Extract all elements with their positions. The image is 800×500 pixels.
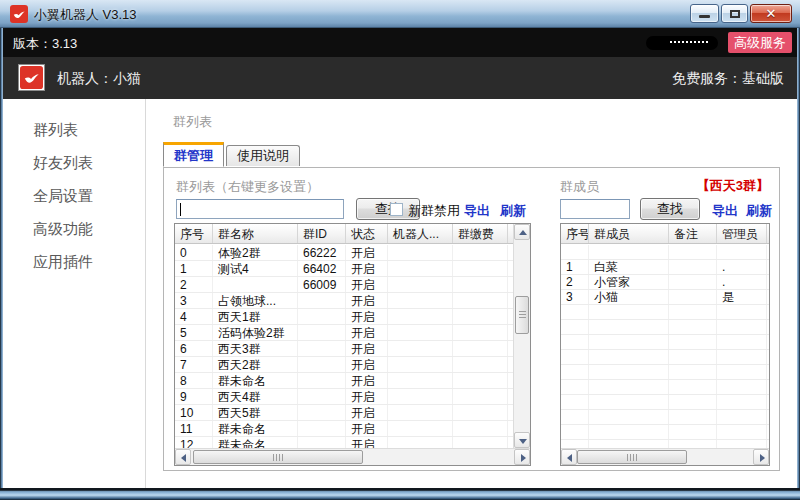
- app-window: 小翼机器人 V3.13 ✕ 版本：3.13 高级服务 机器人：小猫 免费服务：基…: [0, 0, 800, 500]
- table-row[interactable]: 12群未命名开启: [175, 437, 513, 448]
- member-list-table: 序号群成员备注管理员 1白菜.2小管家.3小猫是: [560, 223, 770, 466]
- scroll-left-button[interactable]: [175, 449, 191, 465]
- table-row[interactable]: [561, 425, 769, 440]
- sidebar-item-app-plugins[interactable]: 应用插件: [3, 245, 145, 278]
- table-cell: [717, 410, 767, 424]
- table-cell: 是: [717, 290, 767, 304]
- column-header[interactable]: 群成员: [589, 224, 669, 243]
- table-row[interactable]: 3小猫是: [561, 290, 769, 305]
- table-row[interactable]: 7西天2群开启: [175, 357, 513, 373]
- column-header[interactable]: 序号: [561, 224, 589, 243]
- column-header[interactable]: 群ID: [298, 224, 346, 243]
- table-row[interactable]: 11群未命名开启: [175, 421, 513, 437]
- sidebar-item-group-list[interactable]: 群列表: [3, 113, 145, 146]
- column-header[interactable]: 状态: [346, 224, 388, 243]
- scroll-right-button[interactable]: [514, 449, 530, 465]
- table-row[interactable]: 6西天3群开启: [175, 341, 513, 357]
- table-row[interactable]: 9西天4群开启: [175, 389, 513, 405]
- table-row[interactable]: 8群未命名开启: [175, 373, 513, 389]
- restore-button[interactable]: [721, 4, 748, 23]
- close-button[interactable]: ✕: [750, 4, 792, 23]
- group-refresh-link[interactable]: 刷新: [500, 202, 526, 220]
- hscroll-thumb[interactable]: [577, 450, 687, 464]
- table-row[interactable]: [561, 410, 769, 425]
- member-search-input[interactable]: [560, 199, 630, 219]
- table-row[interactable]: [561, 245, 769, 260]
- scroll-up-button[interactable]: [514, 224, 530, 240]
- sidebar-item-friend-list[interactable]: 好友列表: [3, 146, 145, 179]
- new-group-disable-label[interactable]: 新群禁用: [408, 202, 460, 220]
- member-table-hscrollbar[interactable]: [561, 448, 769, 465]
- column-header[interactable]: 序号: [175, 224, 213, 243]
- table-cell: [589, 440, 669, 448]
- table-cell: [669, 380, 717, 394]
- table-row[interactable]: 0体验2群66222开启: [175, 245, 513, 261]
- table-row[interactable]: [561, 305, 769, 320]
- table-row[interactable]: 1白菜.: [561, 260, 769, 275]
- table-cell: [561, 365, 589, 379]
- table-row[interactable]: 5活码体验2群开启: [175, 325, 513, 341]
- table-row[interactable]: [561, 380, 769, 395]
- table-row[interactable]: [561, 335, 769, 350]
- column-header[interactable]: 备注: [669, 224, 717, 243]
- table-cell: 西天5群: [213, 405, 298, 420]
- column-header[interactable]: 群缴费: [453, 224, 508, 243]
- sidebar-item-global-settings[interactable]: 全局设置: [3, 179, 145, 212]
- sidebar-item-advanced-features[interactable]: 高级功能: [3, 212, 145, 245]
- table-cell: [388, 245, 453, 260]
- table-cell: 开启: [346, 421, 388, 436]
- member-refresh-link[interactable]: 刷新: [746, 202, 772, 220]
- restore-icon: [730, 10, 740, 18]
- table-row[interactable]: 10西天5群开启: [175, 405, 513, 421]
- table-row[interactable]: 3占领地球...开启: [175, 293, 513, 309]
- table-row[interactable]: 2小管家.: [561, 275, 769, 290]
- arrow-right-icon: [760, 454, 765, 462]
- table-cell: [669, 335, 717, 349]
- member-find-button[interactable]: 查找: [640, 198, 700, 220]
- table-cell: 2: [175, 277, 213, 292]
- table-cell: [388, 437, 453, 448]
- window-border-left: [0, 28, 3, 488]
- group-table-vscrollbar[interactable]: [513, 224, 530, 448]
- table-row[interactable]: [561, 440, 769, 448]
- premium-service-button[interactable]: 高级服务: [728, 32, 792, 53]
- table-row[interactable]: 1测试466402开启: [175, 261, 513, 277]
- table-row[interactable]: [561, 365, 769, 380]
- column-header[interactable]: 群名称: [213, 224, 298, 243]
- table-cell: 西天1群: [213, 309, 298, 324]
- table-row[interactable]: 266009开启: [175, 277, 513, 293]
- tab-group-management[interactable]: 群管理: [163, 142, 224, 167]
- new-group-disable-checkbox[interactable]: [390, 203, 403, 216]
- scroll-left-button[interactable]: [561, 449, 577, 465]
- group-export-link[interactable]: 导出: [464, 202, 490, 220]
- table-cell: [669, 290, 717, 304]
- table-row[interactable]: [561, 320, 769, 335]
- table-cell: 1: [175, 261, 213, 276]
- minimize-button[interactable]: [690, 4, 719, 23]
- robot-bar: 机器人：小猫 免费服务：基础版: [0, 57, 800, 99]
- table-row[interactable]: [561, 350, 769, 365]
- group-search-input[interactable]: [176, 199, 344, 219]
- table-cell: [717, 245, 767, 259]
- member-export-link[interactable]: 导出: [712, 202, 738, 220]
- column-header[interactable]: 机器人...: [388, 224, 453, 243]
- table-cell: [589, 395, 669, 409]
- tab-usage-instructions[interactable]: 使用说明: [226, 145, 300, 166]
- arrow-down-icon: [519, 439, 527, 444]
- scroll-right-button[interactable]: [753, 449, 769, 465]
- group-table-hscrollbar[interactable]: [175, 448, 530, 465]
- table-cell: [298, 357, 346, 372]
- table-cell: [453, 405, 508, 420]
- service-level-label: 免费服务：基础版: [672, 70, 784, 88]
- table-cell: [298, 325, 346, 340]
- robot-name-label: 机器人：小猫: [57, 70, 141, 88]
- table-cell: [669, 365, 717, 379]
- table-row[interactable]: 4西天1群开启: [175, 309, 513, 325]
- group-list-label: 群列表（右键更多设置）: [176, 178, 319, 196]
- table-row[interactable]: [561, 395, 769, 410]
- hscroll-thumb[interactable]: [193, 450, 363, 464]
- table-cell: 4: [175, 309, 213, 324]
- column-header[interactable]: 管理员: [717, 224, 767, 243]
- scroll-down-button[interactable]: [514, 432, 530, 448]
- vscroll-thumb[interactable]: [515, 296, 529, 334]
